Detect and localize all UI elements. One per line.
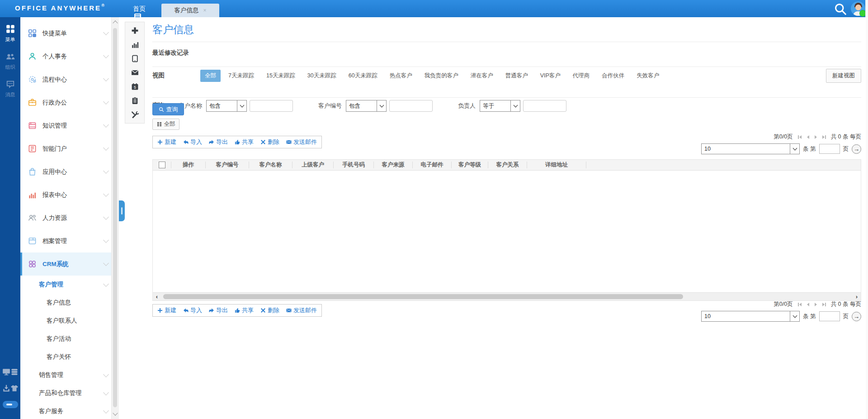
column-header[interactable]: 客户名称 [249, 162, 292, 168]
per-page-select[interactable]: 10 [701, 143, 800, 154]
view-filter-chip[interactable]: 代理商 [568, 70, 594, 82]
prev-page-button[interactable] [807, 135, 809, 139]
toolbar-button[interactable]: 新建 [157, 306, 176, 314]
column-header[interactable]: 上级客户 [292, 162, 333, 168]
column-header[interactable]: 客户关系 [488, 162, 527, 168]
view-filter-chip[interactable]: 潜在客户 [466, 70, 498, 82]
view-filter-chip[interactable]: 7天未跟踪 [224, 70, 259, 82]
first-page-button[interactable] [798, 135, 802, 139]
scroll-left-icon[interactable]: ‹ [153, 293, 161, 300]
sidebar-collapse-handle[interactable] [119, 200, 125, 221]
tablet-icon[interactable] [131, 55, 139, 62]
toolbar-button[interactable]: 新建 [157, 138, 176, 146]
view-filter-chip[interactable]: VIP客户 [536, 70, 565, 82]
query-input[interactable]: + [389, 100, 433, 112]
scroll-right-icon[interactable]: › [853, 293, 861, 300]
view-filter-chip[interactable]: 普通客户 [501, 70, 533, 82]
sidebar-item[interactable]: 客户关怀 [20, 348, 112, 366]
toolbar-button[interactable]: 删除 [260, 306, 279, 314]
column-header[interactable]: 操作 [171, 162, 205, 168]
query-input[interactable]: + [250, 100, 293, 112]
chart-icon[interactable] [131, 41, 139, 48]
toolbar-button[interactable]: 发送邮件 [286, 306, 317, 314]
rail-item[interactable]: 菜单 [0, 24, 20, 43]
column-header[interactable]: 手机号码 [333, 162, 373, 168]
toolbar-button[interactable]: 导入 [183, 138, 202, 146]
operator-select[interactable]: 等于 [480, 100, 520, 112]
new-view-button[interactable]: 新建视图 [826, 69, 861, 83]
view-filter-chip[interactable]: 30天未跟踪 [303, 70, 341, 82]
sidebar-item[interactable]: 客户服务 [20, 402, 112, 419]
toolbar-button[interactable]: 共享 [235, 138, 254, 146]
sidebar-item[interactable]: 行政办公 [20, 91, 112, 114]
toolbar-button[interactable]: 导出 [209, 138, 228, 146]
download-icon[interactable] [2, 384, 10, 392]
view-filter-chip[interactable]: 失效客户 [632, 70, 664, 82]
last-page-button[interactable] [822, 135, 826, 139]
scroll-down-icon[interactable] [113, 410, 118, 415]
first-page-button[interactable] [798, 303, 802, 306]
scrollbar-thumb[interactable] [163, 294, 683, 299]
sidebar-item[interactable]: CRM系统 [20, 252, 112, 276]
sidebar-item[interactable]: 人力资源 [20, 206, 112, 229]
page-number-input[interactable] [819, 144, 840, 154]
monitor-icon[interactable] [2, 368, 10, 376]
shirt-icon[interactable] [10, 384, 19, 392]
sidebar-item[interactable]: 智能门户 [20, 137, 112, 160]
toolbar-button[interactable]: 共享 [235, 306, 254, 314]
sidebar-item[interactable]: 销售管理 [20, 366, 112, 384]
cal5-icon[interactable]: 5 [131, 83, 139, 90]
toolbar-button[interactable]: 导入 [183, 306, 202, 314]
collapse-toggle[interactable] [3, 401, 18, 408]
column-header[interactable]: 客户来源 [373, 162, 412, 168]
next-page-button[interactable] [815, 135, 817, 139]
search-icon[interactable] [834, 2, 847, 16]
view-filter-chip[interactable]: 15天未跟踪 [262, 70, 300, 82]
column-header[interactable]: 客户编号 [205, 162, 249, 168]
view-filter-chip[interactable]: 合作伙伴 [597, 70, 629, 82]
column-header[interactable]: 电子邮件 [412, 162, 451, 168]
clipboard-icon[interactable] [131, 97, 139, 105]
horizontal-scrollbar[interactable]: ‹ › [153, 292, 861, 300]
sidebar-item[interactable]: 客户管理 [20, 276, 112, 294]
page-number-input[interactable] [819, 311, 840, 321]
operator-select[interactable]: 包含 [206, 100, 247, 112]
sidebar-item[interactable]: 档案管理 [20, 229, 112, 252]
select-all-checkbox[interactable] [159, 162, 165, 168]
sidebar-item[interactable]: 快捷菜单 [20, 22, 112, 45]
toolbar-button[interactable]: 导出 [209, 306, 228, 314]
column-header[interactable]: 详细地址 [527, 162, 586, 168]
scrollbar-thumb[interactable] [113, 28, 117, 407]
go-page-button[interactable]: → [852, 144, 861, 154]
operator-select[interactable]: 包含 [346, 100, 387, 112]
tab-customer-info[interactable]: 客户信息 × [161, 4, 219, 17]
rail-item[interactable]: 组织 [0, 52, 20, 71]
go-page-button[interactable]: → [852, 312, 861, 321]
view-filter-chip[interactable]: 热点客户 [385, 70, 417, 82]
sidebar-item[interactable]: 个人事务 [20, 45, 112, 68]
rail-item[interactable]: 消息 [0, 80, 20, 98]
query-input[interactable]: + [523, 100, 566, 112]
mail-icon[interactable] [131, 69, 139, 76]
column-header[interactable]: 客户等级 [451, 162, 488, 168]
next-page-button[interactable] [815, 303, 817, 306]
toolbar-button[interactable]: 发送邮件 [286, 138, 317, 146]
sidebar-item[interactable]: 客户活动 [20, 330, 112, 348]
search-button[interactable]: 查询 [152, 103, 184, 115]
toolbar-button[interactable]: 删除 [260, 138, 279, 146]
view-filter-chip[interactable]: 我负责的客户 [420, 70, 463, 82]
server-icon[interactable] [10, 368, 19, 376]
sidebar-scrollbar[interactable] [111, 17, 119, 419]
plus-bold-icon[interactable] [131, 27, 139, 34]
sidebar-item[interactable]: 应用中心 [20, 160, 112, 183]
sidebar-item[interactable]: 知识管理 [20, 114, 112, 137]
close-icon[interactable]: × [203, 7, 206, 14]
sidebar-item[interactable]: 流程中心 [20, 68, 112, 91]
prev-page-button[interactable] [807, 303, 809, 306]
scroll-up-icon[interactable] [113, 20, 118, 25]
tools-icon[interactable] [131, 111, 139, 119]
view-filter-chip[interactable]: 60天未跟踪 [344, 70, 382, 82]
sidebar-item[interactable]: 产品和仓库管理 [20, 384, 112, 402]
sidebar-item[interactable]: 客户联系人 [20, 312, 112, 330]
per-page-select[interactable]: 10 [701, 311, 800, 322]
